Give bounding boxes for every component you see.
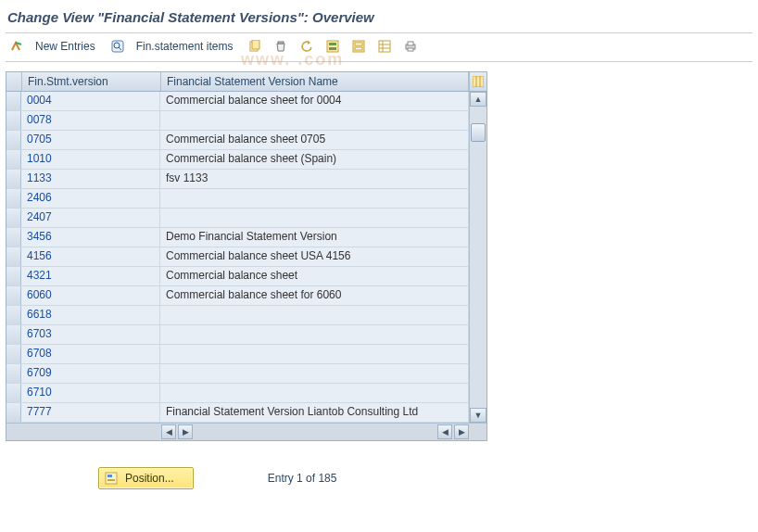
cell-name[interactable]: Commercial balance sheet 0705 <box>160 131 469 149</box>
row-selector[interactable] <box>6 403 21 422</box>
table-settings-icon[interactable] <box>373 37 396 56</box>
row-selector[interactable] <box>6 92 21 110</box>
vertical-scrollbar[interactable]: ▲ ▼ <box>469 92 486 423</box>
scroll-track[interactable] <box>470 107 486 408</box>
table-row[interactable]: 6618 <box>6 306 469 325</box>
details-icon[interactable] <box>107 37 129 56</box>
cell-version[interactable]: 3456 <box>21 228 160 247</box>
cell-version[interactable]: 0004 <box>21 92 160 110</box>
row-selector-header[interactable] <box>6 72 22 91</box>
cell-version[interactable]: 2406 <box>21 189 160 208</box>
cell-version[interactable]: 6709 <box>21 364 160 383</box>
row-selector[interactable] <box>6 209 21 227</box>
table-row[interactable]: 6710 <box>6 384 469 403</box>
cell-name[interactable] <box>160 345 469 363</box>
table-row[interactable]: 2406 <box>6 189 469 209</box>
cell-name[interactable] <box>160 189 469 208</box>
cell-name[interactable]: Commercial balance sheet USA 4156 <box>160 247 469 266</box>
cell-name[interactable] <box>160 111 469 130</box>
position-button[interactable]: Position... <box>98 467 194 489</box>
undo-icon[interactable] <box>296 37 318 56</box>
cell-name[interactable]: Commercial balance sheet (Spain) <box>160 150 469 169</box>
cell-version[interactable]: 6708 <box>21 345 160 363</box>
cell-name[interactable]: fsv 1133 <box>160 170 469 188</box>
table-row[interactable]: 6708 <box>6 345 469 364</box>
cell-name[interactable] <box>160 364 469 383</box>
svg-rect-11 <box>355 47 362 50</box>
cell-name[interactable]: Financial Statement Version Liantob Cons… <box>160 403 469 422</box>
table-row[interactable]: 6060Commercial balance sheet for 6060 <box>6 286 469 306</box>
row-selector[interactable] <box>6 170 21 188</box>
cell-name[interactable] <box>160 384 469 402</box>
cell-version[interactable]: 1133 <box>21 170 160 188</box>
scroll-left-icon[interactable]: ◀ <box>161 424 176 439</box>
cell-name[interactable]: Commercial balance sheet <box>160 267 469 285</box>
table-row[interactable]: 0004Commercial balance sheet for 0004 <box>6 92 469 111</box>
row-selector[interactable] <box>6 150 21 169</box>
row-selector[interactable] <box>6 384 21 402</box>
row-selector[interactable] <box>6 286 21 305</box>
footer: Position... Entry 1 of 185 <box>6 467 752 489</box>
table-row[interactable]: 1133fsv 1133 <box>6 170 469 189</box>
row-selector[interactable] <box>6 345 21 363</box>
cell-version[interactable]: 6618 <box>21 306 160 324</box>
row-selector[interactable] <box>6 306 21 324</box>
horizontal-scrollbar[interactable]: ◀ ▶ ◀ ▶ <box>6 423 486 440</box>
table-row[interactable]: 4156Commercial balance sheet USA 4156 <box>6 247 469 267</box>
scroll-left-end-icon[interactable]: ◀ <box>437 424 452 439</box>
scroll-right-icon[interactable]: ▶ <box>454 424 469 439</box>
cell-version[interactable]: 0705 <box>21 131 160 149</box>
row-selector[interactable] <box>6 111 21 130</box>
cell-name[interactable] <box>160 325 469 344</box>
row-selector[interactable] <box>6 325 21 344</box>
configure-columns-icon[interactable] <box>469 72 486 91</box>
table-body: 0004Commercial balance sheet for 0004007… <box>6 92 469 423</box>
row-selector[interactable] <box>6 189 21 208</box>
cell-version[interactable]: 1010 <box>21 150 160 169</box>
table-row[interactable]: 6709 <box>6 364 469 384</box>
cell-version[interactable]: 2407 <box>21 209 160 227</box>
cell-name[interactable]: Commercial balance sheet for 6060 <box>160 286 469 305</box>
table-header-row: Fin.Stmt.version Financial Statement Ver… <box>6 72 486 92</box>
table-row[interactable]: 0078 <box>6 111 469 131</box>
cell-version[interactable]: 6710 <box>21 384 160 402</box>
cell-version[interactable]: 4321 <box>21 267 160 285</box>
row-selector[interactable] <box>6 364 21 383</box>
cell-version[interactable]: 6060 <box>21 286 160 305</box>
copy-icon[interactable] <box>244 37 266 56</box>
table-row[interactable]: 1010Commercial balance sheet (Spain) <box>6 150 469 170</box>
svg-rect-5 <box>278 42 284 44</box>
scroll-right-inner-icon[interactable]: ▶ <box>178 424 193 439</box>
table-row[interactable]: 6703 <box>6 325 469 345</box>
cell-name[interactable]: Demo Financial Statement Version <box>160 228 469 247</box>
scroll-thumb[interactable] <box>471 123 486 142</box>
column-header-version[interactable]: Fin.Stmt.version <box>22 72 161 91</box>
row-selector[interactable] <box>6 267 21 285</box>
select-all-icon[interactable] <box>322 37 344 56</box>
table-row[interactable]: 0705Commercial balance sheet 0705 <box>6 131 469 150</box>
cell-version[interactable]: 7777 <box>21 403 160 422</box>
cell-name[interactable] <box>160 306 469 324</box>
column-header-name[interactable]: Financial Statement Version Name <box>161 72 469 91</box>
table-row[interactable]: 4321Commercial balance sheet <box>6 267 469 286</box>
row-selector[interactable] <box>6 228 21 247</box>
cell-version[interactable]: 4156 <box>21 247 160 266</box>
cell-version[interactable]: 6703 <box>21 325 160 344</box>
table-row[interactable]: 3456Demo Financial Statement Version <box>6 228 469 247</box>
deselect-all-icon[interactable] <box>347 37 370 56</box>
cell-name[interactable]: Commercial balance sheet for 0004 <box>160 92 469 110</box>
row-selector[interactable] <box>6 131 21 149</box>
print-icon[interactable] <box>399 37 422 56</box>
cell-version[interactable]: 0078 <box>21 111 160 130</box>
cell-name[interactable] <box>160 209 469 227</box>
delete-icon[interactable] <box>270 37 292 56</box>
toggle-icon[interactable] <box>6 37 28 56</box>
table-row[interactable]: 7777Financial Statement Version Liantob … <box>6 403 469 423</box>
fin-statement-items-button[interactable]: Fin.statement items <box>133 37 241 56</box>
new-entries-button[interactable]: New Entries <box>32 37 103 56</box>
scroll-down-icon[interactable]: ▼ <box>470 408 486 423</box>
table-row[interactable]: 2407 <box>6 209 469 228</box>
scroll-up-icon[interactable]: ▲ <box>470 92 486 107</box>
row-selector[interactable] <box>6 247 21 266</box>
svg-rect-23 <box>107 475 112 477</box>
